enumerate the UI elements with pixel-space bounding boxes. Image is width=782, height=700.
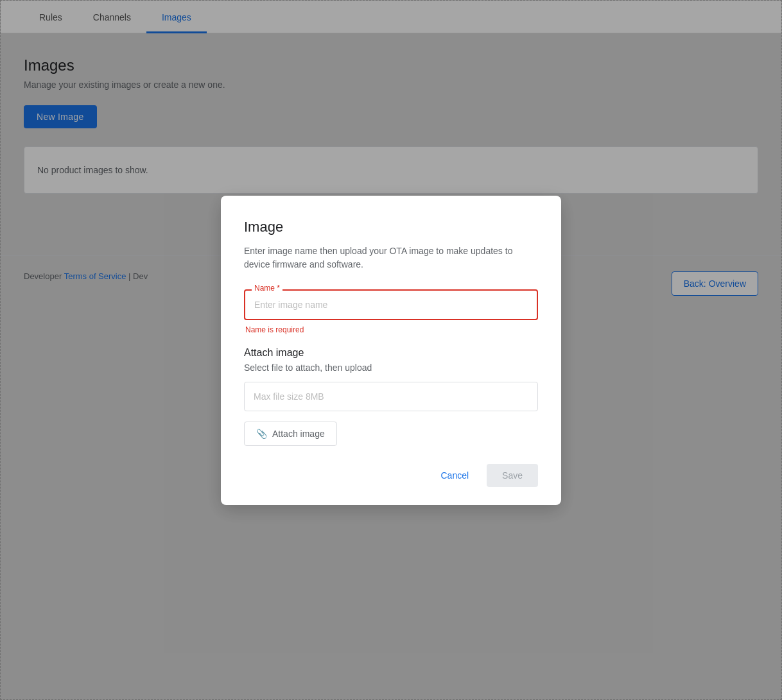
attach-section-title: Attach image (244, 347, 538, 359)
attach-section-subtitle: Select file to attach, then upload (244, 363, 538, 373)
name-field-label: Name * (252, 284, 282, 293)
attach-section: Attach image Select file to attach, then… (244, 347, 538, 446)
file-input-box: Max file size 8MB (244, 382, 538, 411)
image-dialog: Image Enter image name then upload your … (221, 196, 561, 505)
cancel-button[interactable]: Cancel (430, 464, 479, 487)
name-error-text: Name is required (245, 325, 538, 334)
dialog-title: Image (244, 219, 538, 235)
dialog-footer: Cancel Save (244, 464, 538, 487)
name-field-group: Name * (244, 289, 538, 320)
modal-overlay: Image Enter image name then upload your … (0, 0, 782, 700)
attach-image-button[interactable]: 📎 Attach image (244, 422, 337, 446)
save-button[interactable]: Save (487, 464, 538, 487)
attach-button-label: Attach image (272, 429, 325, 439)
paperclip-icon: 📎 (256, 429, 267, 439)
name-input[interactable] (244, 289, 538, 320)
dialog-description: Enter image name then upload your OTA im… (244, 244, 538, 271)
